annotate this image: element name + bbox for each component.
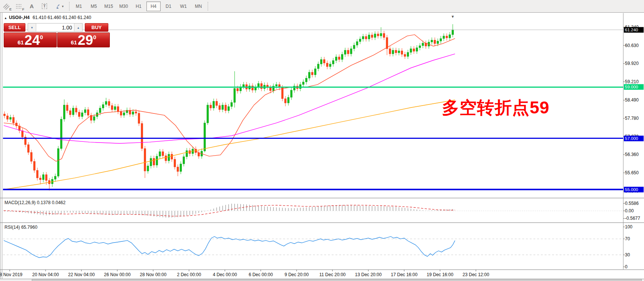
sell-price-pips: 24 — [25, 34, 40, 47]
time-axis-label: 2 Dec 00:00 — [177, 272, 201, 277]
chart-title: ▲USOil-,H461.410 61.460 61.240 61.240 — [4, 15, 91, 20]
price-tick-label: 59.210 — [625, 79, 639, 84]
price-tick-label: 59.920 — [625, 61, 639, 66]
timeframe-d1[interactable]: D1 — [161, 1, 176, 11]
timeframe-m30[interactable]: M30 — [117, 1, 131, 11]
buy-button[interactable]: BUY — [85, 23, 108, 32]
price-tick-label: 58.490 — [625, 97, 639, 103]
sell-price-point: 0 — [40, 34, 43, 40]
time-axis-label: 28 Nov 00:00 — [140, 272, 166, 277]
rsi-axis-label: 0 — [625, 264, 628, 269]
price-tick-label: 54.940 — [625, 188, 639, 194]
dotted-levels-icon — [15, 3, 23, 10]
letter-t-icon: T — [42, 3, 47, 9]
sell-price-whole: 61 — [18, 39, 24, 46]
price-tick-label: 60.630 — [625, 43, 639, 48]
tool-glyph: E — [9, 7, 12, 11]
time-axis-label: 11 Dec 20:00 — [319, 272, 346, 277]
timeframe-h1[interactable]: H1 — [131, 1, 146, 11]
macd-axis-label: 0.00 — [625, 208, 634, 213]
mt4-window: ▼61.34060.63059.92059.21058.49057.78057.… — [0, 0, 644, 281]
macd-label: MACD(12,26,9) 0.1378 0.0462 — [4, 200, 65, 205]
time-axis-label: 9 Dec 20:00 — [285, 272, 309, 277]
timeframe-m5[interactable]: M5 — [87, 1, 101, 11]
price-tick-label: 57.070 — [625, 134, 639, 139]
buy-price-whole: 61 — [71, 39, 77, 46]
price-tick-label: 56.360 — [625, 152, 639, 157]
time-axis-label: 23 Dec 12:00 — [462, 272, 489, 277]
macd-axis-label: -0.5677 — [625, 216, 640, 221]
fibonacci-retracement-icon[interactable]: F — [13, 1, 25, 11]
time-axis-label: 13 Dec 20:00 — [355, 272, 381, 277]
price-tick-label: 55.650 — [625, 170, 639, 175]
volume-decrease-button[interactable]: ▾ — [28, 24, 36, 31]
arrow-objects-dropdown[interactable]: ▾ — [51, 1, 67, 11]
price-level-badge: 57.000 — [624, 135, 644, 141]
time-axis-label: 4 Dec 00:00 — [213, 272, 237, 277]
ohlc-values: 61.410 61.460 61.240 61.240 — [32, 15, 91, 20]
arrows-icon — [55, 3, 61, 10]
time-axis-label: 6 Dec 00:00 — [249, 272, 273, 277]
price-level-badge: 59.000 — [624, 84, 644, 90]
horizontal-scrollbar — [0, 279, 644, 281]
time-axis-label: 22 Nov 04:00 — [68, 272, 95, 277]
buy-price-pips: 29 — [78, 34, 93, 47]
timeframe-bar: M1M5M15M30H1H4D1W1MN — [71, 1, 206, 11]
text-tool-icon[interactable]: A — [26, 1, 38, 11]
price-level-badge: 55.000 — [624, 187, 644, 192]
scrollbar-thumb[interactable] — [32, 279, 642, 281]
sell-price-button[interactable]: 61240 — [4, 32, 57, 47]
volume-spinner: ▾ ▴ — [28, 23, 83, 32]
rsi-axis-label: 100 — [625, 224, 632, 230]
collapse-panel-icon[interactable]: ▲ — [4, 16, 7, 20]
symbol-label: USOil-,H4 — [9, 15, 30, 20]
chevron-down-icon: ▾ — [62, 4, 64, 8]
text-label-tool-icon[interactable]: T — [38, 1, 50, 11]
sell-button[interactable]: SELL — [4, 23, 25, 32]
time-axis-label: 20 Nov 04:00 — [32, 272, 59, 277]
macd-axis-label: 0.5586 — [625, 201, 639, 206]
rsi-axis-label: 30 — [625, 252, 630, 257]
time-axis-label: 17 Dec 16:00 — [391, 272, 417, 277]
timeframe-w1[interactable]: W1 — [176, 1, 191, 11]
price-level-badge: 61.240 — [624, 27, 644, 32]
price-tick-label: 57.780 — [625, 116, 639, 121]
toolbar-separator — [69, 2, 69, 11]
timeframe-m1[interactable]: M1 — [72, 1, 86, 11]
timeframe-mn[interactable]: MN — [191, 1, 205, 11]
time-axis-label: 19 Dec 16:00 — [427, 272, 453, 277]
timeframe-m15[interactable]: M15 — [102, 1, 116, 11]
price-tick-label: 61.340 — [625, 25, 639, 30]
volume-increase-button[interactable]: ▴ — [74, 24, 82, 31]
buy-price-button[interactable]: 61290 — [57, 32, 110, 47]
toolbar: E F A T ▾ M1M5M15M30H1H4D1W1MN — [0, 0, 644, 13]
equidistant-channel-icon[interactable]: E — [0, 1, 12, 11]
buy-price-point: 0 — [93, 34, 96, 40]
timeframe-h4[interactable]: H4 — [146, 1, 161, 11]
rsi-label: RSI(14) 65.7960 — [4, 225, 37, 230]
tool-glyph: F — [22, 7, 25, 11]
chart-annotation-text: 多空转折点59 — [442, 96, 549, 119]
letter-a-icon: A — [30, 3, 34, 9]
time-axis-label: 18 Nov 2019 — [0, 272, 22, 277]
volume-input[interactable] — [36, 24, 74, 31]
time-axis-label: 26 Nov 00:00 — [104, 272, 130, 277]
toolbar-separator — [208, 2, 208, 11]
rsi-axis-label: 70 — [625, 236, 630, 241]
